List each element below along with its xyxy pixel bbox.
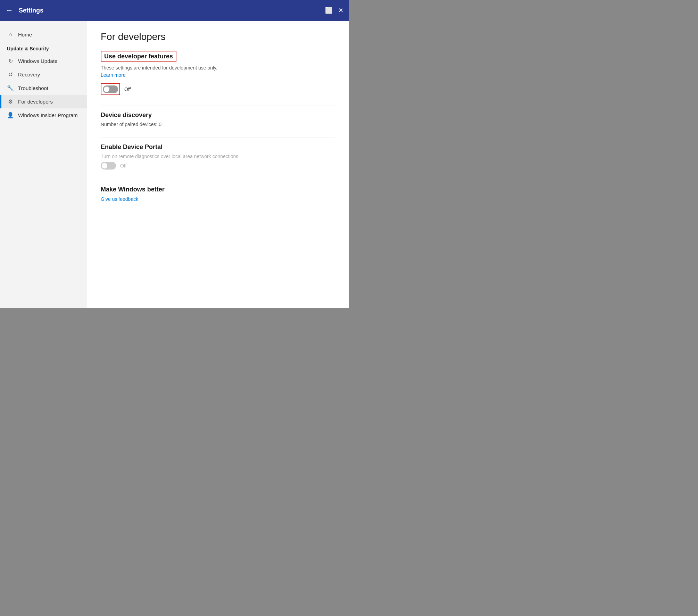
give-feedback-link[interactable]: Give us feedback xyxy=(101,196,138,202)
sidebar-item-for-developers[interactable]: ⚙ For developers xyxy=(0,95,87,108)
divider-2 xyxy=(101,138,335,138)
developer-features-toggle-label: Off xyxy=(124,87,131,92)
device-discovery-heading: Device discovery xyxy=(101,112,335,119)
snap-icon[interactable]: ⬜ xyxy=(325,7,333,14)
insider-icon: 👤 xyxy=(7,112,14,118)
sidebar-item-recovery[interactable]: ↺ Recovery xyxy=(0,68,87,81)
sidebar-item-label: Windows Update xyxy=(18,58,57,64)
use-developer-features-section: Use developer features These settings ar… xyxy=(101,51,335,95)
close-icon[interactable]: ✕ xyxy=(338,7,343,14)
divider-3 xyxy=(101,180,335,180)
developer-features-toggle-row: Off xyxy=(101,83,335,95)
device-portal-section: Enable Device Portal Turn on remote diag… xyxy=(101,143,335,170)
sidebar-item-label: Troubleshoot xyxy=(18,85,48,91)
learn-more-link[interactable]: Learn more xyxy=(101,72,126,78)
sidebar-item-label: Windows Insider Program xyxy=(18,112,78,118)
paired-devices-count: Number of paired devices: 0 xyxy=(101,122,335,127)
divider-1 xyxy=(101,106,335,106)
windows-update-icon: ↻ xyxy=(7,58,14,64)
back-button[interactable]: ← xyxy=(6,6,13,15)
sidebar-item-label: Recovery xyxy=(18,72,40,77)
device-portal-heading: Enable Device Portal xyxy=(101,143,335,151)
troubleshoot-icon: 🔧 xyxy=(7,85,14,91)
make-windows-better-section: Make Windows better Give us feedback xyxy=(101,186,335,202)
main-container: ⌂ Home Update & Security ↻ Windows Updat… xyxy=(0,21,349,308)
sidebar-item-home[interactable]: ⌂ Home xyxy=(0,28,87,41)
app-title: Settings xyxy=(19,7,319,14)
developers-icon: ⚙ xyxy=(7,98,14,105)
developer-features-toggle-wrapper xyxy=(101,83,120,95)
device-portal-toggle-row: Off xyxy=(101,162,335,170)
make-windows-better-heading: Make Windows better xyxy=(101,186,335,193)
sidebar-item-windows-insider[interactable]: 👤 Windows Insider Program xyxy=(0,108,87,122)
home-icon: ⌂ xyxy=(7,31,14,38)
sidebar-item-troubleshoot[interactable]: 🔧 Troubleshoot xyxy=(0,81,87,95)
sidebar-item-windows-update[interactable]: ↻ Windows Update xyxy=(0,54,87,68)
titlebar-controls: ⬜ ✕ xyxy=(325,7,343,14)
sidebar-item-label: For developers xyxy=(18,99,53,105)
developer-features-desc: These settings are intended for developm… xyxy=(101,65,335,71)
sidebar-home-label: Home xyxy=(18,32,32,38)
use-developer-features-heading: Use developer features xyxy=(101,51,176,62)
device-portal-toggle-label: Off xyxy=(120,163,126,169)
sidebar-section-title: Update & Security xyxy=(0,41,87,54)
device-portal-desc: Turn on remote diagnostics over local ar… xyxy=(101,154,335,159)
sidebar: ⌂ Home Update & Security ↻ Windows Updat… xyxy=(0,21,87,308)
device-portal-toggle[interactable] xyxy=(101,162,116,170)
device-discovery-section: Device discovery Number of paired device… xyxy=(101,112,335,127)
recovery-icon: ↺ xyxy=(7,71,14,78)
titlebar: ← Settings ⬜ ✕ xyxy=(0,0,349,21)
page-title: For developers xyxy=(101,31,335,42)
developer-features-toggle[interactable] xyxy=(103,85,118,93)
content-area: For developers Use developer features Th… xyxy=(87,21,349,308)
